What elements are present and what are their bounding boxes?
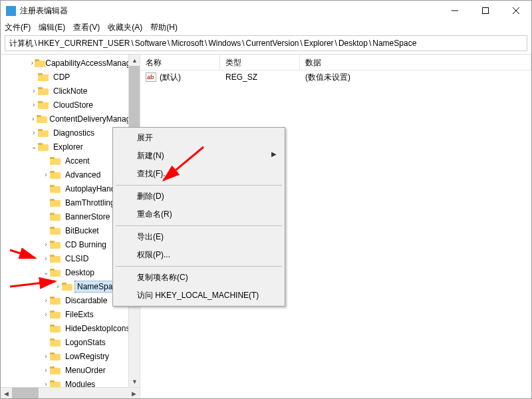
expand-icon[interactable]: ›	[30, 101, 38, 108]
tree-item-label: BannerStore	[63, 211, 112, 222]
folder-icon	[50, 255, 61, 263]
tree-item[interactable]: ›CapabilityAccessManager	[1, 56, 140, 70]
expand-icon[interactable]: ›	[30, 59, 35, 66]
folder-icon	[38, 129, 49, 137]
folder-icon	[50, 241, 61, 249]
scroll-down-icon[interactable]: ▼	[129, 376, 140, 387]
expand-icon[interactable]: ›	[30, 129, 38, 136]
expand-icon[interactable]: ›	[42, 380, 50, 387]
tree-item-label: LogonStats	[63, 337, 108, 348]
expand-icon[interactable]: ›	[42, 352, 50, 360]
breadcrumb[interactable]: Microsoft	[171, 39, 208, 48]
breadcrumb[interactable]: NameSpace	[372, 39, 419, 48]
tree-horizontal-scrollbar[interactable]: ◀ ▶	[1, 387, 140, 398]
tree-item[interactable]: ›Modules	[1, 377, 140, 387]
folder-icon	[50, 157, 61, 165]
breadcrumb[interactable]: Desktop	[338, 39, 372, 48]
ctx-export[interactable]: 导出(E)	[114, 228, 283, 246]
scroll-up-icon[interactable]: ▲	[129, 55, 140, 66]
column-data[interactable]: 数据	[300, 55, 531, 70]
tree-item-label: CD Burning	[63, 239, 108, 250]
breadcrumb[interactable]: Software	[135, 39, 172, 48]
value-type-cell: REG_SZ	[220, 72, 300, 82]
minimize-button[interactable]	[440, 1, 470, 21]
ctx-copy-key-name[interactable]: 复制项名称(C)	[114, 269, 283, 287]
expand-icon[interactable]: ›	[42, 297, 50, 304]
expand-icon[interactable]: ›	[54, 283, 62, 290]
tree-item-label: CLSID	[63, 253, 90, 264]
tree-item[interactable]: ›CloudStore	[1, 98, 140, 112]
breadcrumb[interactable]: CurrentVersion	[245, 39, 303, 48]
tree-item[interactable]: ›FileExts	[1, 307, 140, 321]
ctx-find[interactable]: 查找(F)...	[114, 165, 283, 183]
column-name[interactable]: 名称	[140, 55, 220, 70]
folder-icon	[50, 269, 61, 277]
tree-item-label: ClickNote	[51, 86, 89, 96]
close-button[interactable]	[501, 1, 531, 21]
app-icon	[6, 6, 16, 16]
scroll-thumb[interactable]	[12, 388, 39, 398]
menu-view[interactable]: 查看(V)	[73, 22, 100, 33]
scroll-right-icon[interactable]: ▶	[128, 388, 140, 399]
expand-icon[interactable]: ›	[42, 255, 50, 262]
tree-item-label: Accent	[63, 156, 92, 166]
title-bar: 注册表编辑器	[1, 1, 531, 21]
tree-item[interactable]: ›HideDesktopIcons	[1, 321, 140, 335]
tree-item-label: CapabilityAccessManager	[43, 58, 140, 68]
list-item[interactable]: (默认) REG_SZ (数值未设置)	[140, 70, 531, 84]
menu-bar: 文件(F) 编辑(E) 查看(V) 收藏夹(A) 帮助(H)	[1, 21, 531, 34]
menu-favorites[interactable]: 收藏夹(A)	[108, 22, 142, 33]
expand-icon[interactable]: ›	[30, 87, 38, 94]
menu-file[interactable]: 文件(F)	[5, 22, 31, 33]
expand-icon[interactable]: ›	[42, 241, 50, 248]
collapse-icon[interactable]: ⌄	[42, 269, 50, 276]
scroll-left-icon[interactable]: ◀	[1, 388, 12, 399]
expand-icon[interactable]: ›	[42, 311, 50, 318]
menu-edit[interactable]: 编辑(E)	[39, 22, 65, 33]
folder-icon	[62, 283, 72, 291]
folder-icon	[50, 227, 61, 235]
expand-icon[interactable]: ›	[42, 366, 50, 374]
tree-item-label: LowRegistry	[63, 351, 111, 362]
maximize-button[interactable]	[470, 1, 501, 21]
menu-separator	[116, 185, 282, 186]
tree-item[interactable]: ›MenuOrder	[1, 363, 140, 377]
tree-item[interactable]: ›ContentDeliveryManager	[1, 112, 140, 126]
value-data-cell: (数值未设置)	[300, 72, 531, 83]
menu-help[interactable]: 帮助(H)	[150, 22, 178, 33]
tree-item[interactable]: ›CDP	[1, 70, 140, 84]
expand-icon[interactable]: ›	[30, 115, 37, 122]
breadcrumb[interactable]: 计算机	[9, 38, 38, 49]
tree-item-label: Explorer	[51, 142, 85, 152]
tree-item-label: CDP	[51, 72, 72, 82]
svg-rect-1	[483, 8, 489, 14]
breadcrumb[interactable]: Windows	[208, 39, 245, 48]
folder-icon	[38, 73, 49, 81]
breadcrumb[interactable]: HKEY_CURRENT_USER	[38, 39, 134, 48]
tree-item[interactable]: ›ClickNote	[1, 84, 140, 98]
ctx-new[interactable]: 新建(N)	[114, 147, 283, 165]
ctx-go-hklm[interactable]: 访问 HKEY_LOCAL_MACHINE(T)	[114, 287, 283, 305]
column-type[interactable]: 类型	[220, 55, 300, 70]
folder-icon	[50, 199, 61, 207]
context-menu: 展开 新建(N) 查找(F)... 删除(D) 重命名(R) 导出(E) 权限(…	[112, 127, 285, 307]
address-bar[interactable]: 计算机 HKEY_CURRENT_USER Software Microsoft…	[5, 35, 527, 51]
tree-item-label: MenuOrder	[63, 365, 108, 376]
string-value-icon	[146, 72, 156, 82]
scroll-thumb[interactable]	[129, 66, 140, 132]
breadcrumb[interactable]: Explorer	[304, 39, 338, 48]
tree-item-label: Discardable	[63, 295, 109, 306]
ctx-rename[interactable]: 重命名(R)	[114, 205, 283, 223]
ctx-delete[interactable]: 删除(D)	[114, 188, 283, 205]
tree-item[interactable]: ›LogonStats	[1, 335, 140, 349]
tree-item-label: Diagnostics	[51, 128, 96, 138]
ctx-expand[interactable]: 展开	[114, 129, 283, 147]
folder-icon	[50, 213, 61, 221]
ctx-permissions[interactable]: 权限(P)...	[114, 246, 283, 264]
expand-icon[interactable]: ›	[42, 171, 50, 178]
tree-item[interactable]: ›LowRegistry	[1, 349, 140, 363]
collapse-icon[interactable]: ⌄	[30, 143, 38, 150]
folder-icon	[50, 311, 61, 319]
folder-icon	[38, 101, 49, 109]
tree-item-label: Modules	[63, 379, 97, 388]
